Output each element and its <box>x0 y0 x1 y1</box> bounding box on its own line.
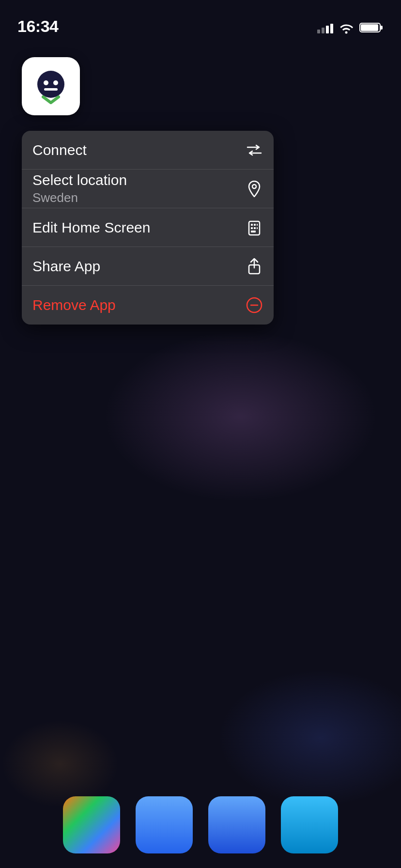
dock-icon-1[interactable] <box>63 796 120 853</box>
dock <box>0 796 401 853</box>
select-location-menu-item[interactable]: Select location Sweden <box>22 170 274 208</box>
background-glow <box>0 0 401 868</box>
edit-home-screen-label: Edit Home Screen <box>32 219 150 236</box>
svg-rect-15 <box>251 231 256 232</box>
select-location-sublabel: Sweden <box>32 190 127 205</box>
svg-rect-4 <box>44 80 48 85</box>
battery-icon <box>359 21 384 36</box>
svg-rect-14 <box>257 227 258 229</box>
svg-rect-12 <box>251 227 253 229</box>
edit-home-screen-menu-item[interactable]: Edit Home Screen <box>22 208 274 247</box>
select-location-label: Select location <box>32 172 127 188</box>
svg-rect-6 <box>44 88 58 91</box>
share-app-menu-item[interactable]: Share App <box>22 247 274 286</box>
share-icon <box>246 258 263 275</box>
status-bar: 16:34 <box>0 0 401 43</box>
connect-label: Connect <box>32 142 87 158</box>
svg-rect-10 <box>254 224 256 226</box>
svg-rect-5 <box>53 80 58 85</box>
arrows-icon <box>246 141 263 159</box>
minus-circle-icon <box>246 296 263 314</box>
app-icon-graphic <box>31 67 70 106</box>
remove-app-label: Remove App <box>32 297 116 313</box>
svg-rect-9 <box>251 224 253 226</box>
wifi-icon <box>338 21 355 36</box>
dock-icon-4[interactable] <box>281 796 338 853</box>
dock-icon-3[interactable] <box>208 796 265 853</box>
status-icons <box>317 21 384 36</box>
home-edit-icon <box>246 219 263 236</box>
pin-icon <box>246 180 263 198</box>
svg-point-3 <box>37 71 64 98</box>
connect-menu-item[interactable]: Connect <box>22 131 274 170</box>
svg-rect-1 <box>380 26 383 30</box>
share-app-label: Share App <box>32 258 100 275</box>
context-menu: Connect Select location Sweden Edit Home… <box>22 131 274 325</box>
signal-icon <box>317 24 333 33</box>
svg-rect-11 <box>257 224 258 226</box>
remove-app-menu-item[interactable]: Remove App <box>22 286 274 325</box>
svg-point-7 <box>252 185 256 188</box>
dock-icon-2[interactable] <box>136 796 193 853</box>
status-time: 16:34 <box>17 17 58 36</box>
svg-rect-13 <box>254 227 256 229</box>
app-icon[interactable] <box>22 57 80 115</box>
svg-rect-2 <box>361 24 378 31</box>
